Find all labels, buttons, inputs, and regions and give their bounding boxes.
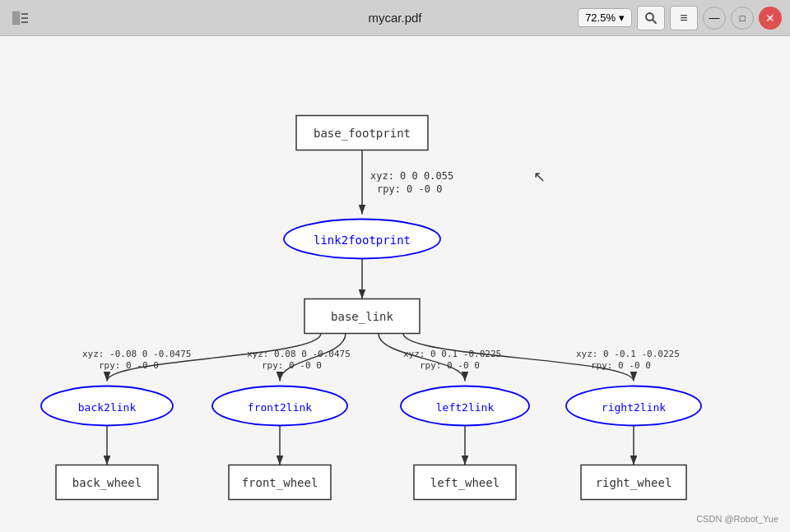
edge-label-back-xyz: xyz: -0.08 0 -0.0475 bbox=[82, 349, 191, 359]
main-content: base_footprint xyz: 0 0 0.055 rpy: 0 -0 … bbox=[0, 36, 790, 532]
base-link-label: base_link bbox=[331, 310, 393, 324]
close-icon: ✕ bbox=[765, 12, 775, 25]
edge-label-front-rpy: rpy: 0 -0 0 bbox=[262, 360, 322, 371]
maximize-icon: □ bbox=[740, 13, 746, 23]
zoom-control[interactable]: 72.5% ▾ bbox=[578, 8, 632, 27]
right2link-label: right2link bbox=[602, 401, 666, 414]
minimize-icon: — bbox=[709, 12, 720, 24]
edge-label-right-xyz: xyz: 0 -0.1 -0.0225 bbox=[576, 349, 680, 359]
edge-label-left-rpy: rpy: 0 -0 0 bbox=[420, 360, 480, 371]
edge-label-right-rpy: rpy: 0 -0 0 bbox=[591, 360, 651, 371]
front2link-label: front2link bbox=[248, 401, 312, 414]
left-wheel-label: left_wheel bbox=[430, 476, 500, 490]
minimize-button[interactable]: — bbox=[703, 7, 726, 30]
left2link-label: left2link bbox=[436, 401, 495, 414]
maximize-button[interactable]: □ bbox=[731, 7, 754, 30]
zoom-dropdown-icon[interactable]: ▾ bbox=[619, 12, 625, 24]
edge-label-footprint-xyz: xyz: 0 0 0.055 bbox=[370, 170, 453, 182]
edge-label-footprint-rpy: rpy: 0 -0 0 bbox=[377, 183, 442, 195]
zoom-value: 72.5% bbox=[585, 12, 616, 24]
titlebar-left bbox=[8, 6, 33, 30]
menu-button[interactable]: ≡ bbox=[670, 6, 698, 30]
cursor-indicator: ↖ bbox=[533, 169, 546, 185]
svg-rect-0 bbox=[12, 12, 20, 25]
edge-label-front-xyz: xyz: 0.08 0 -0.0475 bbox=[247, 349, 351, 359]
base-footprint-label: base_footprint bbox=[314, 127, 411, 141]
sidebar-toggle-icon[interactable] bbox=[8, 6, 33, 30]
window-title: mycar.pdf bbox=[368, 11, 421, 25]
menu-icon: ≡ bbox=[680, 11, 687, 25]
watermark: CSDN @Robot_Yue bbox=[696, 514, 778, 524]
front-wheel-label: front_wheel bbox=[242, 476, 318, 490]
back2link-label: back2link bbox=[78, 401, 137, 414]
titlebar: mycar.pdf 72.5% ▾ ≡ — □ ✕ bbox=[0, 0, 790, 36]
close-button[interactable]: ✕ bbox=[759, 7, 782, 30]
titlebar-controls: 72.5% ▾ ≡ — □ ✕ bbox=[578, 6, 782, 30]
search-button[interactable] bbox=[637, 6, 665, 30]
svg-line-5 bbox=[653, 20, 656, 23]
diagram-svg: base_footprint xyz: 0 0 0.055 rpy: 0 -0 … bbox=[0, 36, 790, 532]
link2footprint-label: link2footprint bbox=[314, 234, 411, 247]
right-wheel-label: right_wheel bbox=[596, 476, 672, 490]
edge-label-back-rpy: rpy: 0 -0 0 bbox=[99, 360, 159, 371]
back-wheel-label: back_wheel bbox=[72, 476, 142, 490]
